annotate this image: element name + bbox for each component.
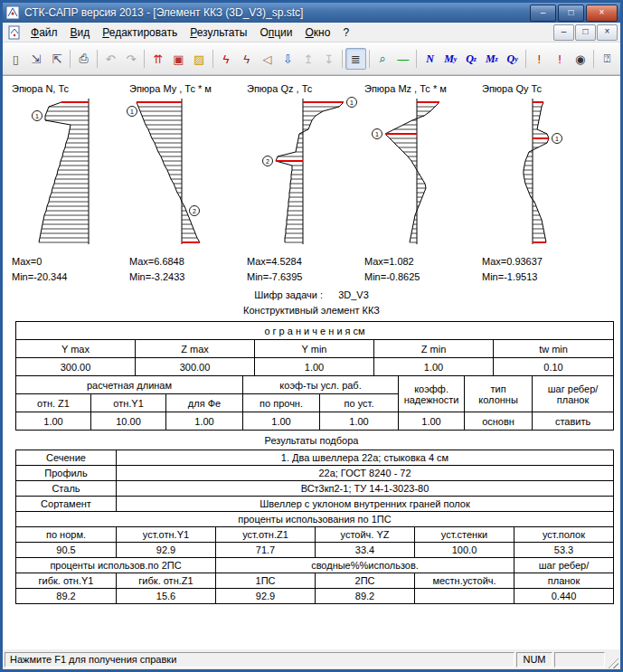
announce-icon[interactable]: ◁	[257, 48, 278, 70]
usage2-label-cell: гибк. отн.Z1	[117, 573, 216, 589]
update-results-icon[interactable]: ⇈	[147, 48, 168, 70]
resize-grip[interactable]	[607, 657, 618, 668]
menu-window[interactable]: Окно	[299, 24, 337, 41]
usage1-value-cell: 53.3	[514, 543, 614, 558]
info-value-cell: Швеллер с уклоном внутренних граней поло…	[117, 497, 614, 512]
diagram-min: Min=-7.6395	[247, 271, 362, 282]
force-my-button[interactable]: My	[440, 48, 461, 70]
mdi-restore-button[interactable]: □	[575, 24, 596, 41]
usage2-value-cell	[415, 589, 514, 604]
menu-items: ФайлВидРедактироватьРезультатыОпцииОкно?	[24, 24, 553, 41]
window-title: СТК-САПР версия 2013 - [Элемент ККЗ (3D_…	[24, 6, 530, 19]
table-row: Сечение 1. Два швеллера 22а; стыковка 4 …	[16, 450, 614, 466]
new-file-icon[interactable]: ▯	[5, 48, 26, 70]
usage2-value-cell: 89.2	[16, 589, 117, 604]
usage2-value-cell: 89.2	[316, 589, 415, 604]
limits-table-top: о г р а н и ч е н и я см Y max Z max Y m…	[15, 321, 614, 376]
safety-header-line2: надежности	[401, 394, 462, 405]
maximize-button[interactable]: □	[558, 5, 584, 22]
rel-label-cell: отн. Z1	[16, 394, 91, 412]
titlebar: СТК-САПР версия 2013 - [Элемент ККЗ (3D_…	[3, 3, 620, 23]
limit-value-cell: 300.00	[16, 358, 136, 376]
table-row: 300.00 300.00 1.00 1.00 0.10	[16, 358, 614, 376]
minimize-button[interactable]: –	[530, 5, 556, 22]
zoom-icon[interactable]: ⌕	[373, 48, 393, 70]
toolbar-separator	[593, 50, 594, 68]
document-icon[interactable]	[7, 25, 22, 40]
menu-file[interactable]: Файл	[24, 24, 64, 41]
svg-text:1: 1	[555, 136, 559, 142]
column-type-header-cell: тип колонны	[465, 376, 533, 412]
mdi-controls: – □ ×	[553, 24, 618, 41]
errors-list-icon[interactable]: !	[529, 48, 550, 70]
rel-label-cell: по прочн.	[243, 394, 320, 412]
app-icon-graphic	[5, 5, 20, 20]
arrow-up-icon[interactable]: ↥	[298, 48, 319, 70]
menu-edit[interactable]: Редактировать	[96, 24, 184, 41]
percent-icon[interactable]: ▨	[189, 48, 210, 70]
force-qz-button[interactable]: Qz	[461, 48, 482, 70]
close-button[interactable]: ×	[586, 5, 618, 22]
arrow-down-icon[interactable]: ↧	[318, 48, 339, 70]
usage2-label-cell: 1ПС	[216, 573, 316, 589]
mdi-minimize-button[interactable]: –	[553, 24, 574, 41]
diagram-max: Max=6.6848	[129, 256, 244, 267]
toolbar-separator	[212, 50, 213, 68]
undo-icon[interactable]: ↶	[100, 48, 121, 70]
limits-title: о г р а н и ч е н и я см	[16, 322, 614, 340]
menu-help[interactable]: ?	[336, 24, 355, 41]
diagram-max: Max=0	[12, 256, 127, 267]
menu-options[interactable]: Опции	[253, 24, 298, 41]
scheme-icon[interactable]: ▣	[168, 48, 189, 70]
menu-view[interactable]: Вид	[64, 24, 97, 41]
usage1-label-cell: уст.полок	[514, 527, 614, 543]
results-table: Сечение 1. Два швеллера 22а; стыковка 4 …	[15, 450, 614, 604]
toolbar-separator	[342, 50, 343, 68]
force-n-button[interactable]: N	[420, 48, 440, 70]
table-row: проценты использования по 1ПС	[16, 512, 614, 527]
force-qy-button[interactable]: Qy	[502, 48, 523, 70]
column-type-line1: тип	[467, 383, 530, 394]
diagram-min: Min=-3.2433	[129, 271, 244, 282]
svg-text:1: 1	[130, 109, 134, 115]
menubar: ФайлВидРедактироватьРезультатыОпцииОкно?…	[3, 23, 620, 43]
camera-icon[interactable]: ◉	[570, 48, 590, 70]
calc-all-icon[interactable]: ϟ	[236, 48, 257, 70]
task-code-label: Шифр задачи :	[254, 289, 323, 300]
limit-label-cell: Z min	[374, 340, 494, 358]
table-row: проценты использов.по 2ПС сводные%%испол…	[16, 558, 614, 573]
table-row: Сортамент Швеллер с уклоном внутренних г…	[16, 497, 614, 512]
force-mz-button[interactable]: Mz	[481, 48, 502, 70]
diagram-my: Эпюра Му , Тс * м 12 Max=6.6848 Min=-3.2…	[129, 83, 244, 282]
usage1-label-cell: уст.отн.Z1	[216, 527, 316, 543]
limit-value-cell: 1.00	[399, 412, 465, 431]
summary-header-cell: сводные%%использов.	[216, 558, 514, 573]
import-file-icon[interactable]: ⇲	[26, 48, 47, 70]
diagram-title: Эпюра N, Тс	[12, 83, 127, 97]
svg-text:1: 1	[375, 131, 379, 137]
mdi-close-button[interactable]: ×	[597, 24, 618, 41]
redo-icon[interactable]: ↷	[121, 48, 142, 70]
app-window: СТК-САПР версия 2013 - [Элемент ККЗ (3D_…	[0, 0, 623, 672]
diagram-min: Min=-0.8625	[364, 271, 479, 282]
table-row: 89.2 15.6 92.9 89.2 0.440	[16, 589, 614, 604]
info-value-cell: 1. Два швеллера 22а; стыковка 4 см	[117, 450, 614, 466]
hatch-display-toggle[interactable]: ≣	[345, 48, 366, 70]
table-row: 90.5 92.9 71.7 33.4 100.0 53.3	[16, 543, 614, 558]
menu-results[interactable]: Результаты	[184, 24, 253, 41]
print-icon[interactable]: ⎙	[73, 48, 94, 70]
svg-text:2: 2	[266, 158, 269, 165]
diagram-max: Max=4.5284	[247, 256, 362, 267]
info-value-cell: ВСт3кп2-1; ТУ 14-1-3023-80	[117, 481, 614, 497]
calc-icon[interactable]: ϟ	[216, 48, 237, 70]
app-icon[interactable]	[5, 5, 20, 20]
context-help-icon[interactable]: ⍰	[597, 48, 618, 70]
element-title: Конструктивный элемент ККЗ	[3, 305, 620, 316]
download-icon[interactable]: ⇩	[278, 48, 298, 70]
export-file-icon[interactable]: ⇱	[47, 48, 68, 70]
usage2-value-cell: 0.440	[514, 589, 614, 604]
warnings-list-icon[interactable]: !	[550, 48, 571, 70]
diagrams-row: Эпюра N, Тс 1 Max=0 Min=-20.344 Эпюра Му…	[3, 76, 620, 282]
num-lock-indicator: NUM	[516, 652, 552, 667]
green-line-icon[interactable]: —	[392, 48, 413, 70]
